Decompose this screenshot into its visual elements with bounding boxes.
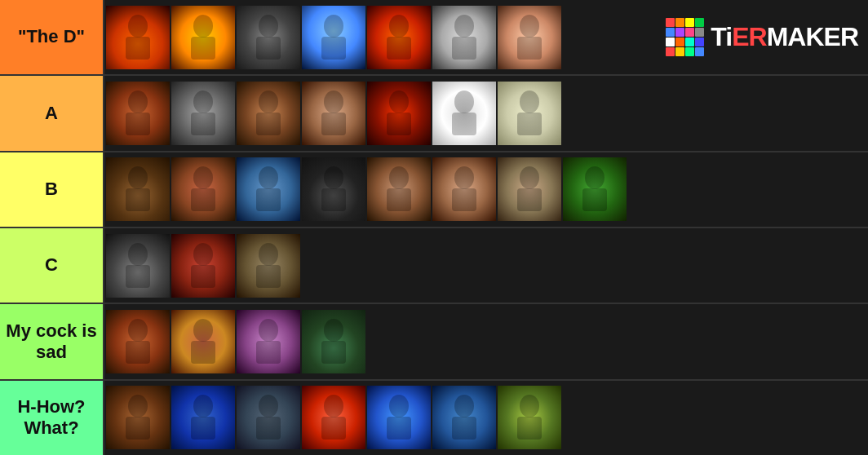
svg-rect-47 (191, 265, 215, 288)
svg-rect-7 (321, 37, 346, 60)
svg-rect-45 (126, 265, 150, 288)
svg-rect-15 (126, 113, 150, 135)
tier-item-h6[interactable] (432, 386, 496, 449)
svg-rect-5 (256, 37, 281, 60)
svg-rect-55 (256, 341, 281, 364)
svg-point-40 (520, 166, 539, 189)
svg-point-54 (259, 319, 278, 342)
svg-rect-65 (321, 417, 346, 440)
tier-item-d5[interactable] (367, 6, 431, 69)
tier-item-a5[interactable] (367, 82, 431, 145)
svg-point-68 (454, 395, 474, 417)
svg-rect-57 (321, 341, 346, 364)
tier-item-d3[interactable] (237, 6, 300, 69)
svg-rect-41 (517, 188, 542, 211)
tier-label-mycock: My cock is sad (0, 304, 104, 378)
tier-item-c3[interactable] (237, 234, 300, 298)
svg-rect-61 (191, 417, 215, 440)
tier-item-h2[interactable] (171, 386, 235, 449)
svg-rect-67 (387, 417, 411, 440)
tier-item-d6[interactable] (432, 6, 496, 69)
svg-point-38 (454, 166, 474, 189)
tier-row-b: B (0, 152, 868, 228)
tier-item-m4[interactable] (302, 310, 365, 373)
svg-rect-43 (582, 188, 607, 211)
svg-point-10 (454, 15, 474, 38)
svg-point-22 (389, 91, 409, 113)
tier-item-h7[interactable] (498, 386, 561, 449)
tier-item-a4[interactable] (302, 82, 365, 145)
svg-point-66 (389, 395, 409, 417)
tier-item-h5[interactable] (367, 386, 431, 449)
tier-item-d7[interactable] (498, 6, 561, 69)
tier-item-m3[interactable] (237, 310, 300, 373)
tier-table: "The D"TiERMAKERABCMy cock is sadH-How? … (0, 0, 868, 455)
tier-item-a6[interactable] (432, 82, 496, 145)
svg-point-52 (193, 319, 213, 342)
svg-point-50 (128, 319, 148, 342)
tier-row-c: C (0, 228, 868, 304)
svg-point-24 (454, 91, 474, 113)
svg-rect-13 (517, 37, 542, 60)
svg-rect-51 (126, 341, 150, 364)
svg-rect-25 (452, 113, 476, 135)
svg-rect-33 (256, 188, 281, 211)
svg-point-46 (193, 243, 213, 266)
tier-item-m2[interactable] (171, 310, 235, 373)
svg-point-14 (128, 91, 148, 113)
svg-point-36 (389, 166, 409, 189)
tier-row-mycock: My cock is sad (0, 304, 868, 380)
tier-item-b8[interactable] (563, 157, 627, 221)
svg-rect-59 (126, 417, 150, 440)
svg-point-4 (259, 15, 278, 38)
tier-item-d1[interactable] (106, 6, 170, 69)
tier-item-b5[interactable] (367, 157, 431, 221)
tiermaker-logo: TiERMAKER (705, 0, 868, 74)
svg-rect-11 (452, 37, 476, 60)
svg-point-16 (193, 91, 213, 113)
tier-row-d: "The D"TiERMAKER (0, 0, 868, 76)
svg-rect-37 (387, 188, 411, 211)
tier-label-c: C (0, 228, 104, 303)
svg-rect-29 (126, 188, 150, 211)
tier-item-m1[interactable] (106, 310, 170, 373)
svg-rect-63 (256, 417, 281, 440)
svg-point-48 (259, 243, 278, 266)
tier-item-b1[interactable] (106, 157, 170, 221)
svg-point-0 (128, 15, 148, 38)
tier-item-d2[interactable] (171, 6, 235, 69)
svg-rect-31 (191, 188, 215, 211)
svg-rect-21 (321, 113, 346, 135)
svg-rect-3 (191, 37, 215, 60)
svg-point-34 (324, 166, 343, 189)
svg-point-70 (520, 395, 539, 417)
tier-item-c2[interactable] (171, 234, 235, 298)
svg-point-32 (259, 166, 278, 189)
svg-rect-1 (126, 37, 150, 60)
svg-rect-27 (517, 113, 542, 135)
tier-row-a: A (0, 76, 868, 152)
svg-point-28 (128, 166, 148, 189)
svg-point-18 (259, 91, 278, 113)
tier-item-b6[interactable] (432, 157, 496, 221)
tier-label-a: A (0, 76, 104, 150)
svg-point-6 (324, 15, 343, 38)
tier-item-h4[interactable] (302, 386, 365, 449)
tier-item-a3[interactable] (237, 82, 300, 145)
tier-item-d4[interactable] (302, 6, 365, 69)
tier-item-h1[interactable] (106, 386, 170, 449)
tier-item-b3[interactable] (237, 157, 300, 221)
svg-point-12 (520, 15, 539, 38)
tier-items-mycock (104, 304, 868, 378)
tier-item-a7[interactable] (498, 82, 561, 145)
tier-item-b4[interactable] (302, 157, 365, 221)
logo-text: TiERMAKER (711, 22, 858, 52)
svg-point-26 (520, 91, 539, 113)
svg-point-62 (259, 395, 278, 417)
tier-item-a2[interactable] (171, 82, 235, 145)
tier-item-b2[interactable] (171, 157, 235, 221)
tier-item-a1[interactable] (106, 82, 170, 145)
tier-item-h3[interactable] (237, 386, 300, 449)
tier-item-b7[interactable] (498, 157, 561, 221)
tier-item-c1[interactable] (106, 234, 170, 298)
